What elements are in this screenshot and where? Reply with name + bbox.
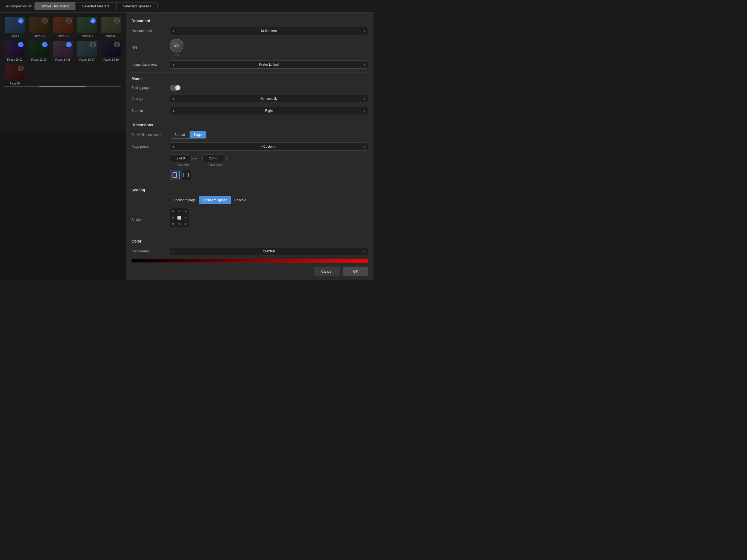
rescale-btn[interactable]: Rescale xyxy=(231,196,249,204)
thumb-img-1011[interactable]: ✓ xyxy=(5,41,25,57)
arrange-selector[interactable]: ‹ Horizontally › xyxy=(170,95,368,103)
page-preset-prev[interactable]: ‹ xyxy=(170,143,177,150)
thumb-img-67[interactable]: ✓ xyxy=(77,17,97,33)
thumb-img-1213[interactable]: ✓ xyxy=(29,41,49,57)
anchor-row: Anchor xyxy=(131,208,368,231)
seg-spread[interactable]: Spread xyxy=(170,131,190,138)
page-thumb-23[interactable]: Pages 2,3 xyxy=(28,17,49,37)
facing-pages-label: Facing pages xyxy=(131,86,167,90)
color-format-row: Color format ‹ CMYK/8 › xyxy=(131,247,368,255)
thumb-img-1819[interactable] xyxy=(101,41,121,57)
thumb-img-23[interactable] xyxy=(29,17,49,33)
tab-selected-masters[interactable]: Selected Masters xyxy=(75,2,116,10)
anchor-mc[interactable] xyxy=(177,216,181,220)
check-1213: ✓ xyxy=(42,42,48,47)
arrange-prev[interactable]: ‹ xyxy=(170,95,177,103)
page-width-item: mm Page width xyxy=(170,154,197,166)
dim-inputs-group: mm Page width mm Page height xyxy=(170,154,368,166)
document-units-selector[interactable]: ‹ Millimeters › xyxy=(170,27,368,35)
show-dimensions-seg: Spread Page xyxy=(170,131,206,138)
page-thumb-67[interactable]: ✓ Pages 6,7 xyxy=(77,17,97,37)
thumb-img-1617[interactable] xyxy=(77,41,97,57)
document-units-value: Millimeters xyxy=(177,29,361,33)
start-on-selector[interactable]: ‹ Right › xyxy=(170,107,368,115)
svg-rect-0 xyxy=(173,173,177,177)
page-thumb-1617[interactable]: Pages 16,17 xyxy=(77,41,97,61)
page-height-input[interactable] xyxy=(202,154,224,162)
thumb-img-89[interactable] xyxy=(101,17,121,33)
scaling-section-title: Scaling xyxy=(131,188,368,192)
color-bar[interactable] xyxy=(131,259,368,262)
cancel-button[interactable]: Cancel xyxy=(314,266,340,276)
anchor-ml[interactable] xyxy=(172,217,174,219)
facing-pages-toggle[interactable] xyxy=(170,85,181,91)
page-thumb-1415[interactable]: ✓ Pages 14,15 xyxy=(52,41,73,61)
show-dimensions-label: Show Dimensions of xyxy=(131,133,167,137)
arrange-next[interactable]: › xyxy=(361,95,368,103)
check-1: ✓ xyxy=(18,18,24,24)
page-thumb-1213[interactable]: ✓ Pages 12,13 xyxy=(28,41,49,61)
page-thumb-45[interactable]: Pages 4,5 xyxy=(52,17,73,37)
page-thumb-1[interactable]: ✓ Page 1 xyxy=(4,17,25,37)
anchor-to-spread-btn[interactable]: Anchor to spread xyxy=(199,196,231,204)
dpi-value: 300 xyxy=(174,44,180,48)
dpi-knob[interactable]: 300 xyxy=(170,39,183,52)
start-on-next[interactable]: › xyxy=(361,107,368,114)
color-format-value: CMYK/8 xyxy=(177,249,361,253)
anchor-to-page-btn[interactable]: Anchor to page xyxy=(170,196,199,204)
anchor-bl[interactable] xyxy=(172,223,174,225)
tab-selected-spreads[interactable]: Selected Spreads xyxy=(117,2,158,10)
anchor-label: Anchor xyxy=(131,218,167,222)
thumb-img-45[interactable] xyxy=(53,17,73,33)
check-67: ✓ xyxy=(90,18,96,24)
seg-page[interactable]: Page xyxy=(190,131,206,138)
page-preset-row: Page preset ‹ <Custom> › xyxy=(131,143,368,151)
color-format-next[interactable]: › xyxy=(361,248,368,255)
color-format-label: Color format xyxy=(131,249,167,253)
thumb-label-89: Pages 8,9 xyxy=(105,34,117,37)
image-placement-row: Image placement ‹ Prefer Linked › xyxy=(131,60,368,69)
thumb-img-1415[interactable]: ✓ xyxy=(53,41,73,57)
orientation-group xyxy=(170,170,368,180)
document-section: Document Document units ‹ Millimeters › … xyxy=(131,19,368,69)
anchor-tr[interactable] xyxy=(185,210,186,212)
color-format-selector[interactable]: ‹ CMYK/8 › xyxy=(170,247,368,255)
page-preset-selector[interactable]: ‹ <Custom> › xyxy=(170,143,368,151)
anchor-bc[interactable] xyxy=(179,223,180,225)
tab-whole-document[interactable]: Whole Document xyxy=(35,2,75,10)
start-on-prev[interactable]: ‹ xyxy=(170,107,177,114)
page-preset-next[interactable]: › xyxy=(361,143,368,150)
page-thumb-89[interactable]: Pages 8,9 xyxy=(101,17,121,37)
document-units-prev[interactable]: ‹ xyxy=(170,27,177,35)
portrait-btn[interactable] xyxy=(170,170,180,180)
page-thumb-20[interactable]: Page 20 xyxy=(4,65,25,85)
page-height-item: mm Page height xyxy=(202,154,229,166)
anchor-mr[interactable] xyxy=(185,217,186,219)
page-height-unit: mm xyxy=(225,157,229,160)
anchor-br[interactable] xyxy=(185,223,186,225)
scaling-section: Scaling Anchor to page Anchor to spread … xyxy=(131,188,368,231)
scroll-thumb xyxy=(40,86,86,87)
anchor-tl[interactable] xyxy=(172,210,174,212)
color-format-prev[interactable]: ‹ xyxy=(170,248,177,255)
landscape-btn[interactable] xyxy=(181,170,191,180)
image-placement-value: Prefer Linked xyxy=(177,62,361,67)
thumb-label-1819: Pages 18,19 xyxy=(103,58,119,61)
anchor-tc[interactable] xyxy=(179,210,180,212)
page-preset-label: Page preset xyxy=(131,145,167,149)
thumb-img-1[interactable]: ✓ xyxy=(5,17,25,33)
color-section-title: Color xyxy=(131,239,368,244)
image-placement-selector[interactable]: ‹ Prefer Linked › xyxy=(170,60,368,69)
dpi-knob-container: 300 DPI xyxy=(170,39,183,57)
image-placement-prev[interactable]: ‹ xyxy=(170,61,177,68)
thumb-img-20[interactable] xyxy=(5,65,25,80)
page-width-caption: Page width xyxy=(177,163,190,166)
page-thumb-1819[interactable]: Pages 18,19 xyxy=(101,41,121,61)
arrange-label: Arrange xyxy=(131,97,167,101)
start-on-row: Start on ‹ Right › xyxy=(131,107,368,115)
ok-button[interactable]: OK xyxy=(343,266,368,276)
page-thumb-1011[interactable]: ✓ Pages 10,11 xyxy=(4,41,25,61)
page-width-input[interactable] xyxy=(170,154,192,162)
image-placement-next[interactable]: › xyxy=(361,61,368,68)
document-units-next[interactable]: › xyxy=(361,27,368,35)
